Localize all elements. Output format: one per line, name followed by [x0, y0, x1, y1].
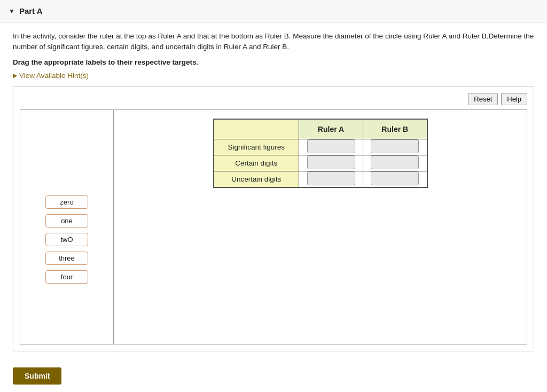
- hint-label: View Available Hint(s): [19, 72, 89, 80]
- row-label-certain: Certain digits: [214, 155, 299, 171]
- page-container: ▼ Part A In the activity, consider the r…: [0, 0, 547, 392]
- submit-button[interactable]: Submit: [13, 367, 61, 385]
- drop-box-cert-a[interactable]: [307, 155, 355, 169]
- drop-cell-unc-a[interactable]: [299, 171, 363, 187]
- activity-box: Reset Help zero one twO three four: [13, 86, 534, 351]
- table-row: Uncertain digits: [214, 171, 427, 187]
- drop-cell-cert-a[interactable]: [299, 155, 363, 171]
- label-four[interactable]: four: [45, 270, 88, 284]
- drop-cell-sig-a[interactable]: [299, 139, 363, 155]
- rulers-table: Ruler A Ruler B Significant figures: [213, 119, 428, 188]
- label-three[interactable]: three: [45, 252, 88, 265]
- drag-area: zero one twO three four Ruler A Ruler B: [20, 109, 527, 344]
- table-row: Significant figures: [214, 139, 427, 155]
- drop-cell-unc-b[interactable]: [363, 171, 427, 187]
- drop-box-sig-a[interactable]: [307, 139, 355, 153]
- row-label-uncertain: Uncertain digits: [214, 171, 299, 187]
- label-two[interactable]: twO: [45, 233, 88, 246]
- drop-box-unc-a[interactable]: [307, 171, 355, 185]
- label-one[interactable]: one: [45, 214, 88, 228]
- drop-box-unc-b[interactable]: [371, 171, 419, 185]
- table-row: Certain digits: [214, 155, 427, 171]
- drop-box-cert-b[interactable]: [371, 155, 419, 169]
- ruler-b-header: Ruler B: [363, 119, 427, 139]
- instructions-text: In the activity, consider the ruler at t…: [13, 31, 534, 53]
- hint-arrow-icon: ▶: [13, 72, 17, 79]
- collapse-icon[interactable]: ▼: [9, 7, 15, 15]
- content-area: In the activity, consider the ruler at t…: [0, 22, 547, 360]
- help-button[interactable]: Help: [501, 93, 527, 105]
- activity-toolbar: Reset Help: [20, 93, 527, 105]
- drop-cell-sig-b[interactable]: [363, 139, 427, 155]
- submit-area: Submit: [0, 360, 547, 392]
- ruler-a-header: Ruler A: [299, 119, 363, 139]
- drop-cell-cert-b[interactable]: [363, 155, 427, 171]
- part-title: Part A: [19, 6, 43, 15]
- drop-box-sig-b[interactable]: [371, 139, 419, 153]
- table-panel: Ruler A Ruler B Significant figures: [114, 110, 527, 344]
- labels-panel: zero one twO three four: [20, 110, 114, 344]
- label-zero[interactable]: zero: [45, 195, 88, 209]
- part-header: ▼ Part A: [0, 0, 547, 22]
- reset-button[interactable]: Reset: [468, 93, 498, 105]
- row-label-header: [214, 119, 299, 139]
- hint-link[interactable]: ▶ View Available Hint(s): [13, 72, 534, 80]
- drag-instruction: Drag the appropriate labels to their res…: [13, 58, 534, 66]
- row-label-significant: Significant figures: [214, 139, 299, 155]
